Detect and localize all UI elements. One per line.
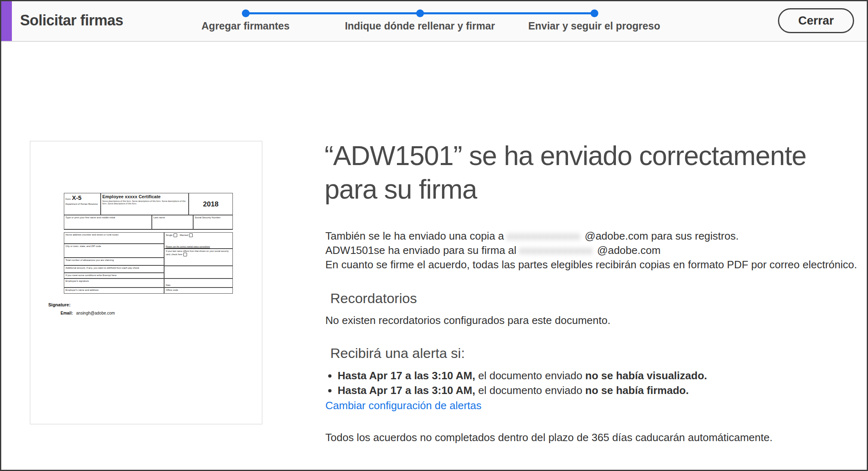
form-single-label: Single: [166, 234, 173, 236]
form-title: Employee xxxxx Certificate: [102, 194, 187, 200]
form-field-city: City or town, state, and ZIP code: [64, 244, 164, 258]
alerts-heading: Recibirá una alerta si:: [330, 345, 465, 361]
form-field-exempt: If you meet some conditions write Exempt…: [64, 273, 164, 279]
alert-item-not-viewed: Hasta Apr 17 a las 3:10 AM, el documento…: [338, 368, 707, 383]
alert-mid-1: el documento enviado: [475, 369, 585, 382]
form-field-additional-amount: Additional amount, if any, you want to w…: [64, 265, 164, 273]
form-name-differs-cell: If your last name differs from that show…: [164, 249, 233, 266]
alert-list: Hasta Apr 17 a las 3:10 AM, el documento…: [329, 368, 707, 398]
step-dot-add-signers: [242, 9, 250, 17]
close-button[interactable]: Cerrar: [778, 8, 854, 33]
copy-sent-suffix: @adobe.com para sus registros.: [585, 230, 739, 242]
form-office-code-cell: Office code: [164, 288, 233, 294]
sent-for-signature-suffix: @adobe.com: [597, 244, 661, 256]
step-label-send-track: Enviar y seguir el progreso: [528, 20, 660, 32]
form-field-allowances: Total number of allowances you are claim…: [64, 258, 164, 265]
thumbnail-email-value: ansingh@adobe.com: [76, 311, 115, 315]
change-alert-settings-link[interactable]: Cambiar configuración de alertas: [325, 399, 482, 412]
thumbnail-email-line: Email:ansingh@adobe.com: [61, 311, 115, 315]
form-year: 2018: [189, 193, 233, 215]
progress-stepper: Agregar firmantes Indique dónde rellenar…: [1, 1, 867, 41]
alert-item-not-signed: Hasta Apr 17 a las 3:10 AM, el documento…: [338, 383, 707, 398]
form-field-ssn: Social Security Number: [193, 215, 233, 229]
success-heading-line2: para su firma: [325, 172, 859, 206]
alert-status-1: no se había visualizado.: [585, 369, 707, 382]
form-field-last-name: Last name: [152, 215, 193, 229]
redacted-email-2: xxxxxxxxxxxx: [519, 243, 597, 258]
request-signatures-window: Solicitar firmas Agregar firmantes Indiq…: [0, 0, 868, 471]
success-heading-line1: “ADW1501” se ha enviado correctamente: [325, 139, 859, 172]
copy-sent-text: También se le ha enviado una copia a: [325, 230, 507, 242]
form-field-employer: Employer's name and address: [64, 288, 164, 294]
document-thumbnail: FormX-5 Department of Human Resource Emp…: [30, 141, 262, 424]
thumbnail-signature-label: Signature:: [48, 302, 70, 307]
header-bar: Solicitar firmas Agregar firmantes Indiq…: [1, 1, 867, 42]
step-label-add-signers: Agregar firmantes: [201, 20, 289, 32]
success-heading: “ADW1501” se ha enviado correctamente pa…: [325, 139, 859, 206]
form-title-cell: Employee xxxxx Certificate Some descript…: [101, 193, 189, 215]
reminders-heading: Recordatorios: [330, 290, 417, 306]
confirmation-paragraphs: También se le ha enviado una copia a xxx…: [325, 229, 857, 272]
form-department: Department of Human Resource: [65, 203, 99, 206]
expiry-note: Todos los acuerdos no completados dentro…: [325, 431, 773, 444]
redacted-email-1: xxxxxxxxxxxx: [507, 229, 585, 243]
sent-for-signature-text: ADW1501se ha enviado para su firma al: [325, 244, 519, 256]
form-married-label: Married: [180, 234, 188, 236]
alert-date-1: Hasta Apr 17 a las 3:10 AM,: [338, 369, 475, 382]
step-dot-place-fields: [416, 9, 424, 17]
copy-sent-line: También se le ha enviado una copia a xxx…: [325, 229, 857, 243]
form-word: Form: [65, 198, 71, 200]
alert-mid-2: el documento enviado: [475, 384, 585, 396]
form-date-label: Date: [166, 284, 171, 287]
form-field-address: Home address (number and street or rural…: [64, 232, 164, 244]
form-number: X-5: [72, 194, 81, 202]
form-empty-cell: [164, 266, 233, 279]
step-label-place-fields: Indique dónde rellenar y firmar: [345, 20, 495, 32]
form-field-first-name: Type or print your first name and middle…: [64, 215, 152, 229]
pdf-copies-note: En cuanto se firme el acuerdo, todas las…: [325, 258, 857, 272]
form-date-cell: Date: [164, 279, 233, 288]
step-dot-send-track: [591, 9, 598, 17]
married-checkbox-icon: [189, 233, 193, 237]
form-preview: FormX-5 Department of Human Resource Emp…: [64, 193, 233, 294]
alert-status-2: no se había firmado.: [585, 384, 689, 396]
form-field-employee-signature: Employee's signature: [64, 279, 164, 288]
form-marital-status-cell: Single Married Please use the correct ma…: [164, 232, 233, 249]
sent-for-signature-line: ADW1501se ha enviado para su firma al xx…: [325, 243, 857, 258]
reminders-body: No existen recordatorios configurados pa…: [325, 314, 611, 327]
form-marital-note: Please use the correct marital status so…: [166, 245, 210, 248]
alert-date-2: Hasta Apr 17 a las 3:10 AM,: [338, 384, 475, 396]
form-description: Some descriptions of this form. Some des…: [102, 200, 187, 205]
differs-checkbox-icon: [183, 253, 187, 256]
form-id-cell: FormX-5 Department of Human Resource: [64, 193, 101, 215]
single-checkbox-icon: [174, 233, 177, 237]
form-differs-note: If your last name differs from that show…: [166, 250, 229, 256]
thumbnail-email-label: Email:: [61, 311, 73, 315]
